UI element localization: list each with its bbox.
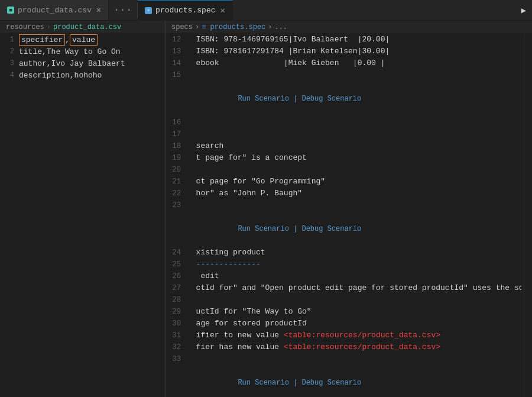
run-icon[interactable]: ▶ [515, 0, 532, 20]
run-debug-row-3: Run Scenario | Debug Scenario [166, 365, 524, 397]
breadcrumb-csv: product_data.csv [53, 23, 121, 31]
breadcrumb-ellipsis: ... [274, 23, 287, 31]
code-line-30: 30 age for stored productId [166, 318, 524, 330]
csv-icon: ▦ [7, 7, 14, 14]
breadcrumb-sep3: › [268, 23, 272, 31]
code-line-13: 13 ISBN: 9781617291784 |Brian Ketelsen|3… [166, 46, 524, 57]
tab-more-button[interactable]: ··· [109, 0, 137, 20]
run-scenario-2[interactable]: Run Scenario [238, 225, 288, 233]
debug-scenario-2[interactable]: Debug Scenario [301, 225, 361, 233]
table-row: 4 description,hohoho [0, 69, 165, 81]
code-line-23: 23 [166, 199, 524, 211]
code-line-14: 14 ebook |Miek Gieben |0.00 | [166, 57, 524, 69]
highlighted-cell-value: value [70, 34, 98, 46]
right-breadcrumb: specs › ≡ products.spec › ... [166, 21, 532, 34]
code-line-25: 25 -------------- [166, 259, 524, 270]
tab-bar: ▦ product_data.csv ✕ ··· ≡ products.spec… [0, 0, 532, 21]
run-scenario-3[interactable]: Run Scenario [238, 379, 288, 387]
link-csv-32[interactable]: <table:resources/product_data.csv> [284, 343, 440, 351]
code-line-33: 33 [166, 353, 524, 365]
breadcrumb-sep1: › [47, 23, 51, 31]
table-row: 2 title,The Way to Go On [0, 46, 165, 57]
main-content: resources › product_data.csv 1 specifier… [0, 21, 532, 397]
code-line-32: 32 fier has new value <table:resources/p… [166, 341, 524, 353]
code-line-28: 28 [166, 294, 524, 306]
code-line-20: 20 [166, 164, 524, 176]
code-line-17: 17 [166, 128, 524, 140]
code-line-22: 22 hor" as "John P. Baugh" [166, 188, 524, 199]
left-breadcrumb: resources › product_data.csv [0, 21, 165, 34]
highlighted-cell-specifier: specifier [19, 34, 65, 46]
breadcrumb-spec-file: ≡ products.spec [202, 23, 265, 31]
link-csv-31[interactable]: <table:resources/product_data.csv> [284, 331, 440, 340]
code-line-27: 27 ctId for" and "Open product edit page… [166, 282, 524, 294]
debug-scenario-3[interactable]: Debug Scenario [301, 379, 361, 387]
tab-csv[interactable]: ▦ product_data.csv ✕ [0, 0, 109, 20]
spec-icon: ≡ [145, 7, 152, 14]
breadcrumb-specs: specs [171, 23, 193, 31]
code-line-26: 26 edit [166, 270, 524, 282]
code-line-16: 16 [166, 117, 524, 128]
minimap [524, 34, 532, 397]
code-line-18: 18 search [166, 140, 524, 152]
tab-spec-close[interactable]: ✕ [220, 7, 225, 15]
run-scenario-1[interactable]: Run Scenario [238, 95, 288, 103]
spec-code-area[interactable]: 12 ISBN: 978-1469769165|Ivo Balbaert |20… [166, 34, 524, 397]
code-line-15: 15 [166, 69, 524, 81]
tab-spec-label: products.spec [155, 6, 215, 15]
breadcrumb-sep2: › [195, 23, 199, 31]
code-line-29: 29 uctId for "The Way to Go" [166, 306, 524, 318]
code-line-31: 31 ifier to new value <table:resources/p… [166, 330, 524, 341]
left-panel: resources › product_data.csv 1 specifier… [0, 21, 166, 397]
code-line-12: 12 ISBN: 978-1469769165|Ivo Balbaert |20… [166, 34, 524, 46]
table-row: 1 specifier,value [0, 34, 165, 46]
tab-spec[interactable]: ≡ products.spec ✕ [138, 0, 233, 20]
code-line-19: 19 t page for" is a concept [166, 152, 524, 164]
run-debug-row-2: Run Scenario | Debug Scenario [166, 211, 524, 247]
csv-code-area: 1 specifier,value 2 title,The Way to Go … [0, 34, 165, 397]
breadcrumb-resources: resources [6, 23, 44, 31]
code-line-24: 24 xisting product [166, 247, 524, 259]
table-row: 3 author,Ivo Jay Balbaert [0, 57, 165, 69]
right-panel: specs › ≡ products.spec › ... 12 ISBN: 9… [166, 21, 532, 397]
code-line-21: 21 ct page for "Go Programming" [166, 176, 524, 188]
tab-csv-close[interactable]: ✕ [96, 6, 101, 14]
tab-csv-label: product_data.csv [18, 6, 92, 15]
run-debug-row-1: Run Scenario | Debug Scenario [166, 81, 524, 117]
debug-scenario-1[interactable]: Debug Scenario [301, 95, 361, 103]
